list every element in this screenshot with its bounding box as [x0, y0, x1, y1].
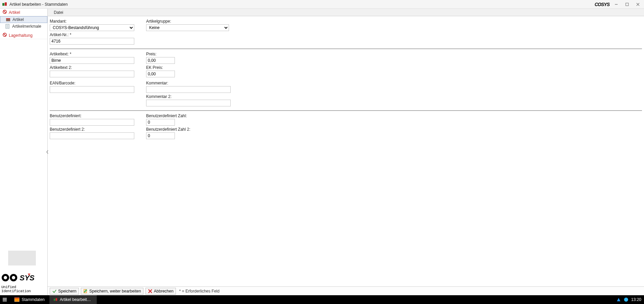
- svg-point-18: [4, 276, 7, 279]
- taskbar-clock: 13:20: [631, 297, 641, 302]
- app-icon: [53, 297, 58, 302]
- label-benutzerzahl2: Benutzerdefiniert Zahl 2:: [146, 127, 236, 132]
- svg-point-19: [12, 276, 15, 279]
- section-separator: [50, 49, 642, 49]
- nav-item-artikel[interactable]: Artikel: [0, 16, 47, 23]
- label-kommentar: Kommentar:: [146, 81, 236, 85]
- svg-rect-0: [2, 3, 4, 6]
- list-icon: [5, 24, 10, 29]
- input-benutzer2[interactable]: [50, 132, 134, 139]
- minimize-button[interactable]: [612, 1, 620, 8]
- content-area: Datei Mandant: COSYS-Bestandsführung Art…: [48, 9, 644, 295]
- close-button[interactable]: [634, 1, 642, 8]
- label-benutzer: Benutzerdefiniert:: [50, 113, 139, 118]
- logo-tagline: Unified Identification: [1, 285, 46, 293]
- svg-rect-29: [15, 298, 19, 299]
- footer-bar: Speichern Speichern, weiter bearbeiten A…: [48, 286, 644, 295]
- taskbar-item-artikel[interactable]: Artikel bearbeiten - S...: [49, 295, 97, 304]
- required-hint: * = Erforderliches Feld: [179, 289, 220, 294]
- nav-item-artikelmerkmale[interactable]: Artikelmerkmale: [0, 23, 47, 30]
- box-icon: [6, 17, 10, 22]
- save-button-label: Speichern: [58, 289, 76, 294]
- taskbar: Stammdaten Artikel bearbeiten - S... 13:…: [0, 295, 644, 304]
- select-mandant[interactable]: COSYS-Bestandsführung: [50, 24, 134, 31]
- input-artikeltext2[interactable]: [50, 71, 134, 77]
- select-artikelgruppe[interactable]: Keine: [146, 24, 229, 31]
- tray-icon-2[interactable]: [624, 297, 628, 302]
- svg-rect-31: [55, 298, 57, 301]
- app-icon: [2, 2, 7, 7]
- save-continue-button[interactable]: Speichern, weiter bearbeiten: [81, 288, 143, 295]
- titlebar: Artikel bearbeiten - Stammdaten COSYS: [0, 0, 644, 9]
- menu-datei[interactable]: Datei: [51, 9, 66, 16]
- nav-group-artikel[interactable]: Artikel: [0, 9, 47, 16]
- input-benutzer[interactable]: [50, 119, 134, 126]
- tray-icon-1[interactable]: [616, 297, 621, 302]
- deny-icon: [3, 10, 7, 15]
- label-ean: EAN/Barcode:: [50, 81, 139, 85]
- svg-rect-1: [5, 2, 7, 6]
- svg-marker-32: [617, 298, 620, 301]
- edit-icon: [83, 289, 88, 294]
- input-kommentar2[interactable]: [146, 100, 231, 106]
- svg-rect-9: [6, 18, 10, 19]
- brand-logo: COSYS: [595, 2, 610, 7]
- cancel-button-label: Abbrechen: [154, 289, 174, 294]
- cosys-logo-image: SYS: [1, 271, 45, 284]
- svg-point-33: [624, 298, 628, 302]
- sidebar-collapse-handle[interactable]: [46, 145, 49, 159]
- window-icon: [14, 297, 20, 302]
- label-preis: Preis:: [146, 52, 236, 56]
- menubar: Datei: [48, 9, 644, 16]
- save-continue-button-label: Speichern, weiter bearbeiten: [89, 289, 141, 294]
- section-separator: [50, 110, 642, 111]
- label-benutzer2: Benutzerdefiniert 2:: [50, 127, 139, 132]
- taskbar-item-stammdaten[interactable]: Stammdaten: [10, 295, 49, 304]
- label-artikelnr: Artikel-Nr.: *: [50, 32, 139, 37]
- input-ean[interactable]: [50, 86, 134, 93]
- nav-group-artikel-label: Artikel: [9, 10, 20, 15]
- svg-text:SYS: SYS: [20, 274, 34, 282]
- nav-group-lagerhaltung[interactable]: Lagerhaltung: [0, 32, 47, 39]
- nav-item-artikel-label: Artikel: [13, 17, 24, 22]
- save-button[interactable]: Speichern: [50, 288, 79, 295]
- svg-line-7: [4, 11, 6, 13]
- logo-placeholder: [8, 251, 36, 265]
- input-benutzerzahl[interactable]: [146, 119, 175, 126]
- deny-icon: [3, 33, 7, 38]
- label-mandant: Mandant:: [50, 19, 139, 24]
- window-title: Artikel bearbeiten - Stammdaten: [9, 2, 68, 7]
- taskbar-item-artikel-label: Artikel bearbeiten - S...: [60, 297, 93, 302]
- svg-rect-30: [54, 299, 55, 301]
- label-kommentar2: Kommentar 2:: [146, 94, 236, 99]
- svg-rect-3: [626, 3, 628, 6]
- input-benutzerzahl2[interactable]: [146, 132, 175, 139]
- input-artikelnr[interactable]: [50, 38, 134, 45]
- input-ekpreis[interactable]: [146, 71, 175, 77]
- maximize-button[interactable]: [623, 1, 631, 8]
- sidebar-logo-area: SYS Unified Identification: [0, 270, 47, 295]
- sidebar: Artikel Artikel Artikelmerkmale Lagerhal…: [0, 9, 48, 295]
- label-artikelgruppe: Artikelgruppe:: [146, 19, 236, 24]
- start-button[interactable]: [0, 295, 9, 304]
- cancel-icon: [148, 289, 153, 294]
- input-kommentar[interactable]: [146, 86, 231, 93]
- check-icon: [52, 289, 57, 294]
- form-area: Mandant: COSYS-Bestandsführung Artikel-N…: [48, 16, 644, 286]
- label-artikeltext2: Artikeltext 2:: [50, 65, 139, 70]
- input-preis[interactable]: [146, 57, 175, 64]
- input-artikeltext[interactable]: [50, 57, 134, 64]
- label-ekpreis: EK Preis:: [146, 65, 236, 70]
- nav-group-lagerhaltung-label: Lagerhaltung: [9, 33, 32, 38]
- cancel-button[interactable]: Abbrechen: [145, 288, 176, 295]
- taskbar-item-stammdaten-label: Stammdaten: [22, 297, 45, 302]
- nav-item-artikelmerkmale-label: Artikelmerkmale: [12, 24, 41, 29]
- label-benutzerzahl: Benutzerdefiniert Zahl:: [146, 113, 236, 118]
- svg-line-15: [4, 34, 6, 36]
- label-artikeltext: Artikeltext: *: [50, 52, 139, 56]
